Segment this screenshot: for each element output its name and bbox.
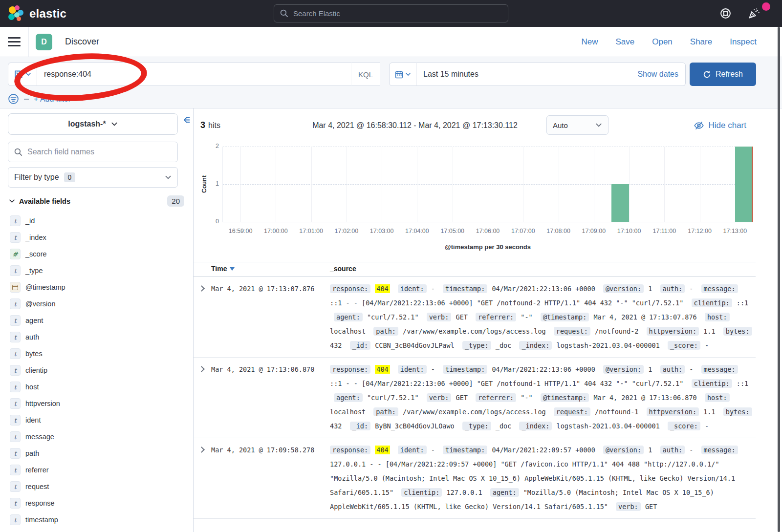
table-row: Mar 4, 2021 @ 17:13:06.870response: 404 … xyxy=(194,358,756,438)
time-range-value[interactable]: Last 15 minutes xyxy=(423,70,478,79)
saved-queries-button[interactable] xyxy=(8,63,37,86)
field-badge: path: xyxy=(373,407,398,416)
divider xyxy=(28,27,29,57)
filter-by-type-select[interactable]: Filter by type 0 xyxy=(8,167,178,188)
field-item-referrer[interactable]: treferrer xyxy=(8,462,185,478)
field-badge: request: xyxy=(554,407,590,416)
query-language-button[interactable]: KQL xyxy=(351,63,380,86)
open-button[interactable]: Open xyxy=(652,37,673,47)
index-pattern-select[interactable]: logstash-* xyxy=(8,113,178,135)
field-badge: response: xyxy=(330,365,370,374)
x-axis-tick: 17:04:00 xyxy=(405,228,429,234)
announcements-icon[interactable] xyxy=(747,7,760,20)
interval-select[interactable]: Auto xyxy=(546,115,608,135)
add-filter-button[interactable]: + Add filter xyxy=(34,95,71,104)
field-item-timestamp[interactable]: ttimestamp xyxy=(8,511,185,528)
y-axis-title: Count xyxy=(201,175,208,193)
field-badge: verb: xyxy=(427,313,452,321)
share-button[interactable]: Share xyxy=(690,37,712,47)
field-name: clientip xyxy=(25,366,47,374)
field-badge: referrer: xyxy=(476,313,516,321)
x-axis-tick: 17:10:00 xyxy=(617,228,641,234)
chart-time-range: Mar 4, 2021 @ 16:58:30.112 - Mar 4, 2021… xyxy=(312,121,518,130)
field-item-path[interactable]: tpath xyxy=(8,445,185,462)
field-name: request xyxy=(25,483,49,490)
global-header: elastic xyxy=(0,0,782,27)
global-search-input[interactable] xyxy=(293,9,502,18)
field-name: message xyxy=(25,433,54,441)
field-item-host[interactable]: thost xyxy=(8,379,185,395)
field-badge: timestamp: xyxy=(443,284,487,293)
field-item-agent[interactable]: tagent xyxy=(8,312,185,329)
time-column-header[interactable]: Time xyxy=(211,265,235,273)
save-button[interactable]: Save xyxy=(615,37,634,47)
highlighted-term: 404 xyxy=(375,446,390,454)
elastic-logo-icon[interactable] xyxy=(8,5,24,22)
chart-gridline xyxy=(417,147,417,222)
chart-gridline xyxy=(700,147,700,222)
chart-bar[interactable] xyxy=(611,184,629,222)
field-item-_type[interactable]: t_type xyxy=(8,262,185,279)
available-fields-header[interactable]: Available fields 20 xyxy=(8,195,185,207)
field-badge: agent: xyxy=(334,393,363,402)
vertical-scrollbar[interactable] xyxy=(778,27,780,532)
chart-gridline xyxy=(488,147,488,222)
expand-doc-icon[interactable] xyxy=(198,366,205,372)
field-item-ident[interactable]: tident xyxy=(8,412,185,428)
refresh-button[interactable]: Refresh xyxy=(690,63,756,86)
field-badge: host: xyxy=(705,393,730,402)
discover-app-badge[interactable]: D xyxy=(36,34,52,50)
filters-menu-icon[interactable] xyxy=(8,93,19,105)
expand-doc-icon[interactable] xyxy=(198,447,205,453)
global-search[interactable] xyxy=(274,4,508,22)
expand-doc-icon[interactable] xyxy=(198,285,205,292)
field-search-input[interactable] xyxy=(27,148,172,156)
new-button[interactable]: New xyxy=(581,37,598,47)
field-badge: host: xyxy=(705,313,730,321)
field-item-request[interactable]: trequest xyxy=(8,478,185,495)
doc-time: Mar 4, 2021 @ 17:13:06.870 xyxy=(211,362,330,433)
inspect-button[interactable]: Inspect xyxy=(730,37,757,47)
field-badge: _type: xyxy=(462,341,491,350)
field-item-auth[interactable]: tauth xyxy=(8,329,185,345)
field-badge: httpversion: xyxy=(647,407,699,416)
query-input[interactable] xyxy=(37,70,351,79)
chart-gridline xyxy=(382,147,382,222)
field-item-httpversion[interactable]: thttpversion xyxy=(8,395,185,412)
chevron-down-icon xyxy=(595,122,602,128)
date-picker-button[interactable] xyxy=(389,63,416,86)
field-item-clientip[interactable]: tclientip xyxy=(8,362,185,379)
field-name: timestamp xyxy=(25,516,58,524)
field-item-bytes[interactable]: tbytes xyxy=(8,345,185,362)
x-axis-title: @timestamp per 30 seconds xyxy=(445,243,531,251)
chevron-down-icon xyxy=(111,121,118,128)
help-icon[interactable] xyxy=(719,7,732,20)
chart-gridline xyxy=(240,147,241,222)
text-field-icon: t xyxy=(10,332,21,342)
field-item-@timestamp[interactable]: @timestamp xyxy=(8,279,185,296)
menu-icon[interactable] xyxy=(8,37,21,46)
fields-sidebar: logstash-* Filter by type 0 Available fi… xyxy=(0,108,194,532)
field-item-@version[interactable]: t@version xyxy=(8,296,185,312)
collapse-sidebar-icon[interactable] xyxy=(181,115,191,125)
field-name: _type xyxy=(25,267,43,275)
field-badge: bytes: xyxy=(723,407,752,416)
field-item-_id[interactable]: t_id xyxy=(8,213,185,229)
show-dates-link[interactable]: Show dates xyxy=(637,70,678,79)
chevron-down-icon xyxy=(25,71,31,77)
chart-gridline xyxy=(347,147,347,222)
field-badge: @timestamp: xyxy=(541,393,589,402)
text-field-icon: t xyxy=(10,465,21,475)
chart-bar[interactable] xyxy=(735,147,753,222)
hide-chart-button[interactable]: Hide chart xyxy=(694,120,746,131)
field-item-_index[interactable]: t_index xyxy=(8,229,185,246)
field-item-response[interactable]: tresponse xyxy=(8,495,185,511)
field-item-_score[interactable]: #_score xyxy=(8,246,185,262)
histogram-chart: Count @timestamp per 30 seconds 01216:59… xyxy=(222,147,753,222)
sort-desc-icon xyxy=(230,267,235,271)
field-item-message[interactable]: tmessage xyxy=(8,428,185,445)
text-field-icon: t xyxy=(10,382,21,392)
field-badge: _score: xyxy=(668,341,700,350)
query-input-box: KQL xyxy=(37,63,380,86)
text-field-icon: t xyxy=(10,232,21,243)
